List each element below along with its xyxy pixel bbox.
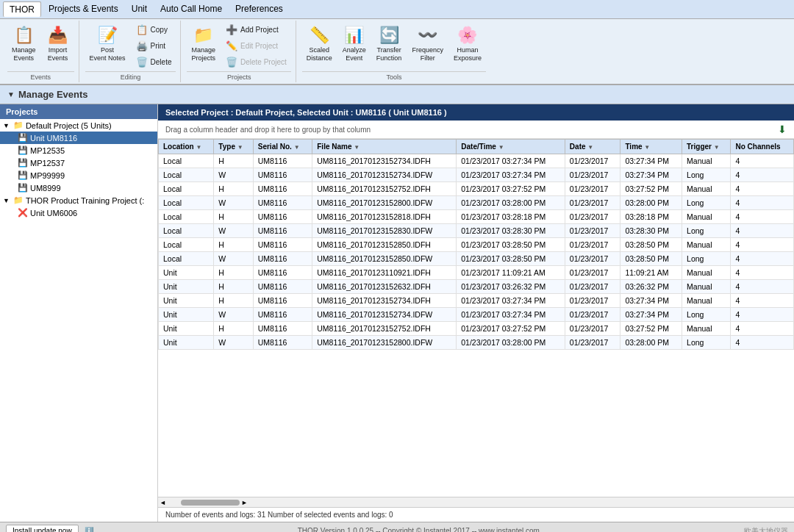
cell-10-3: UM8116_20170123152734.IDFH	[312, 294, 457, 308]
table-footer: Number of events and logs: 31 Number of …	[158, 507, 794, 522]
table-row[interactable]: LocalWUM8116UM8116_20170123152850.IDFW01…	[159, 252, 794, 266]
unit-icon-um8116: 💾	[18, 133, 28, 143]
table-row[interactable]: LocalWUM8116UM8116_20170123152800.IDFW01…	[159, 196, 794, 210]
manage-events-button[interactable]: 📋 ManageEvents	[7, 22, 40, 66]
table-row[interactable]: LocalWUM8116UM8116_20170123152830.IDFW01…	[159, 224, 794, 238]
scrollbar-thumb[interactable]	[181, 500, 240, 506]
events-table-wrapper[interactable]: Location ▼ Type ▼ Serial No. ▼ File Name…	[158, 139, 794, 497]
analyze-event-button[interactable]: 📊 AnalyzeEvent	[338, 22, 371, 66]
table-row[interactable]: UnitWUM8116UM8116_20170123152800.IDFW01/…	[159, 336, 794, 350]
filter-date-icon[interactable]: ▼	[587, 144, 593, 151]
cell-2-4: 01/23/2017 03:27:52 PM	[457, 182, 565, 196]
tree-item-mp12537[interactable]: 💾 MP12537	[0, 157, 157, 169]
manage-projects-label: ManageProjects	[191, 46, 215, 62]
watermark-text: 欧美大地仪器	[744, 526, 788, 533]
col-header-datetime[interactable]: Date/Time ▼	[457, 140, 565, 154]
frequency-filter-icon: 〰️	[418, 26, 437, 45]
table-row[interactable]: LocalWUM8116UM8116_20170123152734.IDFW01…	[159, 168, 794, 182]
folder-icon-default: 📁	[13, 121, 24, 130]
filter-time-icon[interactable]: ▼	[644, 144, 650, 151]
tree-label-um8999: UM8999	[30, 184, 61, 193]
tree-expand-default: ▼	[3, 122, 10, 129]
filter-datetime-icon[interactable]: ▼	[498, 144, 504, 151]
cell-7-8: 4	[731, 252, 794, 266]
cell-13-3: UM8116_20170123152800.IDFW	[312, 336, 457, 350]
copy-button[interactable]: 📋 Copy	[132, 22, 176, 37]
table-row[interactable]: LocalHUM8116UM8116_20170123152850.IDFH01…	[159, 238, 794, 252]
import-events-button[interactable]: 📥 ImportEvents	[42, 22, 74, 66]
unit-icon-um8999: 💾	[18, 183, 28, 193]
scaled-distance-button[interactable]: 📏 ScaledDistance	[302, 22, 337, 66]
table-row[interactable]: LocalHUM8116UM8116_20170123152734.IDFH01…	[159, 154, 794, 168]
cell-6-6: 03:28:50 PM	[620, 238, 682, 252]
edit-project-button[interactable]: ✏️ Edit Project	[221, 38, 291, 54]
filter-location-icon[interactable]: ▼	[196, 144, 201, 151]
editing-small-buttons: 📋 Copy 🖨️ Print 🗑️ Delete	[132, 22, 176, 70]
cell-11-5: 01/23/2017	[565, 308, 620, 322]
cell-8-0: Unit	[159, 266, 214, 280]
post-event-notes-button[interactable]: 📝 PostEvent Notes	[85, 22, 130, 66]
transfer-function-button[interactable]: 🔄 TransferFunction	[372, 22, 407, 66]
manage-projects-button[interactable]: 📁 ManageProjects	[187, 22, 220, 66]
col-header-filename[interactable]: File Name ▼	[312, 140, 457, 154]
col-header-type[interactable]: Type ▼	[214, 140, 253, 154]
tree-item-um6006[interactable]: ❌ Unit UM6006	[0, 206, 157, 219]
print-button[interactable]: 🖨️ Print	[132, 38, 176, 54]
table-row[interactable]: UnitHUM8116UM8116_20170123110921.IDFH01/…	[159, 266, 794, 280]
menu-item-projects-events[interactable]: Projects & Events	[43, 1, 124, 17]
horizontal-scrollbar[interactable]: ◄ ►	[158, 497, 794, 507]
download-icon[interactable]: ⬇	[778, 123, 787, 135]
menu-item-unit[interactable]: Unit	[126, 1, 153, 17]
scroll-right-btn[interactable]: ►	[241, 499, 248, 506]
cell-6-7: Manual	[682, 238, 731, 252]
info-icon[interactable]: ℹ️	[85, 527, 93, 532]
col-header-date[interactable]: Date ▼	[565, 140, 620, 154]
tree-item-mp99999[interactable]: 💾 MP99999	[0, 169, 157, 181]
cell-6-3: UM8116_20170123152850.IDFH	[312, 238, 457, 252]
delete-button[interactable]: 🗑️ Delete	[132, 54, 176, 70]
ribbon: 📋 ManageEvents 📥 ImportEvents Events 📝 P…	[0, 19, 794, 85]
cell-11-2: UM8116	[253, 308, 312, 322]
cell-0-2: UM8116	[253, 154, 312, 168]
menu-item-auto-call-home[interactable]: Auto Call Home	[154, 1, 228, 17]
cell-1-0: Local	[159, 168, 214, 182]
filter-filename-icon[interactable]: ▼	[354, 144, 360, 151]
cell-11-8: 4	[731, 308, 794, 322]
table-row[interactable]: UnitHUM8116UM8116_20170123152632.IDFH01/…	[159, 280, 794, 294]
install-update-button[interactable]: Install update now	[6, 525, 79, 532]
col-header-location[interactable]: Location ▼	[159, 140, 214, 154]
cell-4-5: 01/23/2017	[565, 210, 620, 224]
table-row[interactable]: UnitHUM8116UM8116_20170123152752.IDFH01/…	[159, 322, 794, 336]
tree-item-mp12535[interactable]: 💾 MP12535	[0, 144, 157, 157]
col-header-channels[interactable]: No Channels	[731, 140, 794, 154]
cell-8-2: UM8116	[253, 266, 312, 280]
frequency-filter-button[interactable]: 〰️ FrequencyFilter	[407, 22, 448, 66]
menu-item-preferences[interactable]: Preferences	[229, 1, 289, 17]
col-header-trigger[interactable]: Trigger ▼	[682, 140, 731, 154]
tree-item-thor-training[interactable]: ▼ 📁 THOR Product Training Project (:	[0, 194, 157, 206]
scroll-left-btn[interactable]: ◄	[160, 499, 166, 506]
filter-type-icon[interactable]: ▼	[237, 144, 243, 151]
tree-expand-thor: ▼	[3, 197, 10, 204]
table-row[interactable]: LocalHUM8116UM8116_20170123152752.IDFH01…	[159, 182, 794, 196]
tree-item-default-project[interactable]: ▼ 📁 Default Project (5 Units)	[0, 119, 157, 132]
table-row[interactable]: UnitWUM8116UM8116_20170123152734.IDFW01/…	[159, 308, 794, 322]
add-project-button[interactable]: ➕ Add Project	[221, 22, 291, 37]
manage-events-icon: 📋	[14, 26, 34, 45]
table-row[interactable]: UnitHUM8116UM8116_20170123152734.IDFH01/…	[159, 294, 794, 308]
col-header-time[interactable]: Time ▼	[620, 140, 682, 154]
menu-item-thor[interactable]: THOR	[3, 1, 41, 17]
delete-project-button[interactable]: 🗑️ Delete Project	[221, 54, 291, 70]
cell-0-8: 4	[731, 154, 794, 168]
section-chevron[interactable]: ▼	[7, 90, 15, 98]
unit-icon-mp12537: 💾	[18, 158, 28, 168]
tree-item-um8999[interactable]: 💾 UM8999	[0, 181, 157, 194]
filter-serial-icon[interactable]: ▼	[294, 144, 300, 151]
filter-trigger-icon[interactable]: ▼	[714, 144, 720, 151]
human-exposure-button[interactable]: 🌸 HumanExposure	[449, 22, 486, 66]
cell-9-2: UM8116	[253, 280, 312, 294]
table-row[interactable]: LocalHUM8116UM8116_20170123152818.IDFH01…	[159, 210, 794, 224]
col-header-serial[interactable]: Serial No. ▼	[253, 140, 312, 154]
version-info: THOR Version 1.0.0.25 -- Copyright © Ins…	[99, 527, 738, 532]
tree-item-unit-um8116[interactable]: 💾 Unit UM8116	[0, 132, 157, 144]
